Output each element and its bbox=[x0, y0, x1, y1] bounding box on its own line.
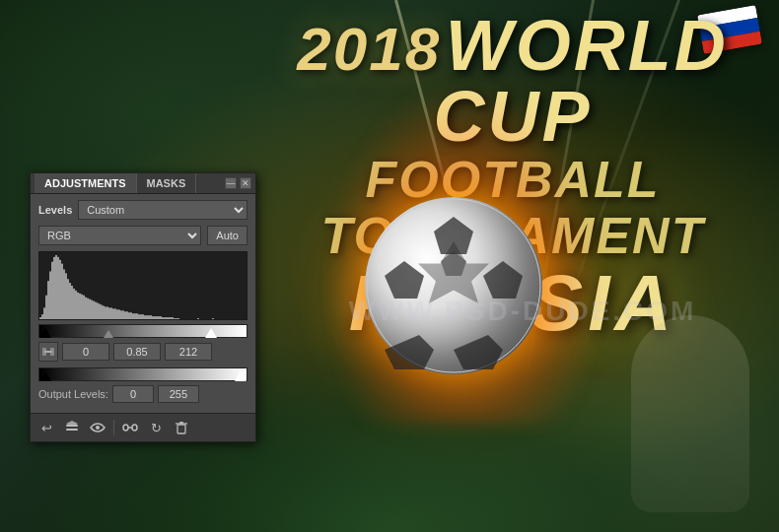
white-point-value[interactable] bbox=[165, 343, 212, 361]
svg-rect-51 bbox=[122, 310, 124, 319]
svg-rect-52 bbox=[124, 311, 126, 319]
tab-adjustments[interactable]: ADJUSTMENTS bbox=[35, 173, 137, 193]
panel-close-button[interactable]: ✕ bbox=[240, 177, 251, 189]
svg-marker-2 bbox=[434, 217, 473, 254]
toolbar-separator bbox=[113, 420, 114, 435]
svg-rect-34 bbox=[89, 299, 91, 319]
svg-rect-24 bbox=[69, 283, 71, 319]
toolbar-reset-icon[interactable]: ↻ bbox=[146, 418, 166, 437]
svg-rect-57 bbox=[134, 313, 136, 319]
output-white-value[interactable] bbox=[158, 385, 199, 403]
svg-rect-48 bbox=[116, 309, 118, 319]
svg-rect-29 bbox=[79, 294, 81, 319]
levels-preset-select[interactable]: Custom bbox=[78, 200, 248, 220]
output-white-slider[interactable] bbox=[235, 371, 247, 381]
svg-rect-21 bbox=[63, 269, 65, 319]
svg-rect-81 bbox=[212, 318, 214, 319]
svg-rect-89 bbox=[123, 425, 128, 431]
svg-rect-75 bbox=[170, 317, 172, 319]
white-point-slider[interactable] bbox=[205, 328, 217, 338]
svg-rect-70 bbox=[160, 316, 162, 319]
toolbar-delete-icon[interactable] bbox=[172, 418, 191, 437]
svg-rect-22 bbox=[65, 273, 67, 319]
svg-rect-17 bbox=[55, 255, 57, 319]
svg-rect-15 bbox=[51, 262, 53, 319]
svg-rect-28 bbox=[77, 293, 79, 319]
panel-close-buttons: — ✕ bbox=[225, 177, 251, 189]
svg-rect-19 bbox=[59, 260, 61, 319]
output-black-value[interactable] bbox=[112, 385, 154, 403]
svg-rect-67 bbox=[154, 316, 156, 319]
output-black-slider[interactable] bbox=[39, 371, 51, 381]
svg-rect-25 bbox=[71, 286, 73, 319]
toolbar-visibility-icon[interactable] bbox=[88, 418, 107, 437]
svg-rect-27 bbox=[75, 291, 77, 319]
svg-rect-54 bbox=[128, 312, 130, 319]
svg-rect-62 bbox=[144, 315, 146, 319]
toolbar-back-icon[interactable]: ↩ bbox=[36, 418, 56, 437]
histogram-svg bbox=[39, 252, 247, 319]
auto-button[interactable]: Auto bbox=[207, 226, 248, 245]
svg-rect-60 bbox=[140, 314, 142, 319]
svg-rect-91 bbox=[177, 425, 185, 433]
svg-rect-86 bbox=[66, 429, 78, 431]
panel-header: ADJUSTMENTS MASKS — ✕ bbox=[31, 173, 255, 194]
svg-rect-42 bbox=[105, 306, 106, 319]
svg-rect-36 bbox=[93, 301, 95, 319]
toolbar-layer-icon[interactable] bbox=[62, 418, 82, 437]
svg-rect-80 bbox=[197, 318, 199, 319]
svg-rect-30 bbox=[81, 295, 83, 319]
svg-rect-55 bbox=[130, 312, 132, 319]
svg-rect-78 bbox=[176, 318, 177, 319]
svg-rect-56 bbox=[132, 313, 134, 319]
input-slider-track[interactable] bbox=[38, 324, 248, 338]
svg-rect-9 bbox=[39, 317, 41, 319]
football bbox=[365, 197, 542, 374]
midtone-value[interactable] bbox=[113, 343, 161, 361]
svg-rect-79 bbox=[177, 318, 179, 319]
svg-rect-47 bbox=[114, 308, 116, 319]
svg-rect-14 bbox=[49, 271, 51, 319]
svg-rect-13 bbox=[47, 281, 49, 319]
svg-rect-10 bbox=[41, 314, 43, 319]
svg-marker-5 bbox=[385, 335, 434, 369]
svg-point-88 bbox=[96, 426, 100, 430]
svg-rect-68 bbox=[156, 316, 158, 319]
panel-body: Levels Custom RGB Auto bbox=[31, 194, 255, 413]
svg-marker-3 bbox=[483, 261, 523, 299]
svg-marker-4 bbox=[454, 335, 503, 369]
svg-rect-11 bbox=[43, 307, 45, 319]
svg-rect-20 bbox=[61, 264, 63, 319]
svg-rect-46 bbox=[112, 308, 114, 319]
svg-rect-23 bbox=[67, 279, 69, 319]
svg-rect-35 bbox=[91, 300, 93, 319]
svg-rect-43 bbox=[106, 306, 108, 319]
svg-marker-6 bbox=[385, 261, 424, 299]
svg-rect-49 bbox=[118, 309, 120, 319]
levels-row: Levels Custom bbox=[38, 200, 248, 220]
svg-rect-38 bbox=[97, 302, 99, 319]
svg-rect-18 bbox=[57, 257, 59, 319]
toolbar-link-icon[interactable] bbox=[120, 418, 140, 437]
svg-rect-77 bbox=[174, 318, 176, 319]
svg-rect-37 bbox=[95, 302, 97, 319]
output-levels-label: Output Levels: bbox=[38, 388, 108, 400]
output-slider-track[interactable] bbox=[38, 367, 248, 381]
svg-rect-74 bbox=[168, 317, 170, 319]
svg-rect-40 bbox=[101, 304, 103, 319]
panel-minimize-button[interactable]: — bbox=[225, 177, 237, 189]
midtone-slider[interactable] bbox=[104, 330, 113, 338]
black-point-value[interactable] bbox=[62, 343, 109, 361]
black-point-slider[interactable] bbox=[39, 328, 51, 338]
channel-row: RGB Auto bbox=[38, 226, 248, 245]
channel-select[interactable]: RGB bbox=[38, 226, 201, 245]
svg-rect-58 bbox=[136, 313, 138, 319]
svg-rect-93 bbox=[179, 422, 183, 424]
svg-rect-32 bbox=[85, 298, 87, 319]
svg-rect-61 bbox=[142, 314, 144, 319]
player-silhouette bbox=[631, 315, 749, 512]
svg-rect-72 bbox=[164, 317, 166, 319]
svg-rect-69 bbox=[158, 316, 160, 319]
tab-masks[interactable]: MASKS bbox=[137, 173, 197, 193]
svg-rect-64 bbox=[148, 315, 150, 319]
